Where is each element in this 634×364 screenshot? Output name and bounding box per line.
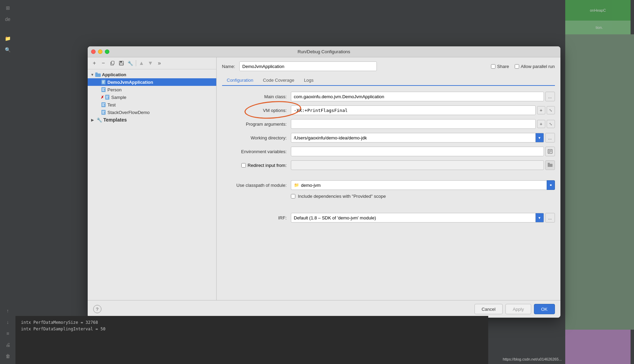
move-up-button[interactable]: ▲ xyxy=(138,59,146,67)
ide-toolbar-icon-2[interactable]: de xyxy=(3,14,13,24)
url-bar: https://blog.csdn.net/u014626265... xyxy=(503,357,562,361)
include-deps-checkbox[interactable] xyxy=(291,194,295,198)
cancel-button[interactable]: Cancel xyxy=(474,304,503,314)
main-class-input[interactable] xyxy=(291,92,544,101)
program-args-expand-button[interactable]: + xyxy=(537,120,545,128)
title-bar: Run/Debug Configurations xyxy=(88,46,560,57)
dialog-footer: ? Cancel Apply OK xyxy=(88,300,560,318)
classpath-dropdown-button[interactable] xyxy=(547,180,555,190)
irf-dropdown-wrapper: ▼ xyxy=(291,213,544,223)
dialog-title: Run/Debug Configurations xyxy=(297,49,350,54)
main-class-browse-button[interactable]: ... xyxy=(545,92,555,101)
share-checkbox[interactable] xyxy=(491,64,495,69)
maximize-button[interactable] xyxy=(105,49,109,54)
redirect-input[interactable] xyxy=(291,160,544,170)
ide-toolbar-icon-4[interactable]: 🔍 xyxy=(3,45,13,55)
tree-item-stackoverflow[interactable]: StackOverFlowDemo xyxy=(88,109,216,116)
tree-item-sample[interactable]: ✗ Sample xyxy=(88,93,216,101)
wrench-icon: 🔧 xyxy=(128,61,133,66)
irf-dropdown-button[interactable]: ▼ xyxy=(536,213,544,223)
move-down-button[interactable]: ▼ xyxy=(146,59,155,67)
allow-parallel-checkbox[interactable] xyxy=(515,64,519,69)
ide-toolbar-icon-6[interactable]: ↓ xyxy=(3,317,13,327)
ide-toolbar-icon-9[interactable]: 🗑 xyxy=(3,351,13,361)
share-label: Share xyxy=(497,64,509,69)
env-vars-label: Environment variables: xyxy=(222,149,291,154)
classpath-select-display[interactable]: 📁 demo-jvm xyxy=(291,180,547,190)
wrench-button[interactable]: 🔧 xyxy=(126,59,134,67)
svg-rect-16 xyxy=(106,96,109,96)
tab-logs[interactable]: Logs xyxy=(299,75,318,86)
redirect-browse-button[interactable] xyxy=(545,160,555,170)
save-config-button[interactable] xyxy=(117,59,125,67)
config-file-icon-2 xyxy=(101,87,106,92)
more-button[interactable]: » xyxy=(155,59,164,67)
minimize-button[interactable] xyxy=(98,49,102,54)
program-args-fullscreen-button[interactable]: ⤡ xyxy=(547,120,555,128)
share-checkbox-label[interactable]: Share xyxy=(491,64,509,69)
ide-toolbar-icon-7[interactable]: ≡ xyxy=(3,328,13,339)
tab-code-coverage[interactable]: Code Coverage xyxy=(258,75,299,86)
right-panel: Name: Share Allow parallel run xyxy=(217,57,560,300)
help-button[interactable]: ? xyxy=(93,305,101,313)
ok-button[interactable]: OK xyxy=(534,304,555,314)
run-debug-config-dialog: Run/Debug Configurations + − xyxy=(88,46,560,318)
apply-button[interactable]: Apply xyxy=(505,304,531,314)
allow-parallel-checkbox-label[interactable]: Allow parallel run xyxy=(515,64,555,69)
vm-options-input[interactable] xyxy=(291,105,536,115)
tree-item-person[interactable]: Person xyxy=(88,86,216,93)
name-input[interactable] xyxy=(239,61,377,71)
vm-options-field-group: + ⤡ xyxy=(291,105,555,115)
save-icon xyxy=(119,61,124,66)
program-args-row: Program arguments: + ⤡ xyxy=(222,119,555,129)
working-dir-input[interactable] xyxy=(291,133,536,143)
test-config-icon xyxy=(101,102,106,107)
working-dir-dropdown-button[interactable]: ▼ xyxy=(536,133,544,143)
svg-rect-18 xyxy=(106,98,108,99)
redirect-checkbox[interactable] xyxy=(241,163,246,168)
expand-arrow-templates: ▶ xyxy=(90,118,95,122)
svg-rect-14 xyxy=(102,90,105,91)
classpath-select-wrapper: 📁 demo-jvm xyxy=(291,180,555,190)
svg-rect-24 xyxy=(102,111,105,112)
svg-rect-21 xyxy=(102,104,104,105)
working-dir-browse-button[interactable]: ... xyxy=(545,133,555,143)
tab-configuration[interactable]: Configuration xyxy=(222,75,258,86)
tree-group-application[interactable]: ▼ Application xyxy=(88,71,216,78)
toolbar-separator xyxy=(136,60,136,66)
remove-config-button[interactable]: − xyxy=(99,59,108,67)
vm-options-fullscreen-button[interactable]: ⤡ xyxy=(547,106,555,114)
tree-item-label-person: Person xyxy=(108,87,122,92)
irf-input[interactable] xyxy=(291,213,536,223)
tree-group-templates[interactable]: ▶ 🔧 Templates xyxy=(88,116,216,124)
env-vars-input[interactable] xyxy=(291,147,544,156)
left-panel: + − xyxy=(88,57,217,300)
program-args-input[interactable] xyxy=(291,119,536,129)
ide-toolbar-icon-1[interactable]: ⊞ xyxy=(3,3,13,13)
vm-options-row: VM options: + ⤡ xyxy=(222,105,555,115)
classpath-value: demo-jvm xyxy=(301,183,321,188)
svg-rect-1 xyxy=(111,61,114,64)
main-class-row: Main class: ... xyxy=(222,91,555,102)
vm-options-expand-button[interactable]: + xyxy=(537,106,545,114)
tree-item-test[interactable]: Test xyxy=(88,101,216,109)
svg-rect-32 xyxy=(548,163,550,164)
ide-toolbar-icon-8[interactable]: 🖨 xyxy=(3,340,13,350)
vm-options-label: VM options: xyxy=(222,108,291,113)
irf-row: IRF: ▼ ... xyxy=(222,213,555,223)
svg-rect-12 xyxy=(102,88,105,89)
ide-toolbar-icon-5[interactable]: ↑ xyxy=(3,306,13,316)
classpath-dropdown-wrapper: 📁 demo-jvm xyxy=(291,180,555,190)
add-config-button[interactable]: + xyxy=(90,59,99,67)
sample-config-icon xyxy=(105,94,110,100)
ide-toolbar-icon-3[interactable]: 📁 xyxy=(3,33,13,44)
copy-config-button[interactable] xyxy=(108,59,117,67)
form-spacer-2 xyxy=(222,202,555,209)
env-vars-field-group xyxy=(291,147,555,156)
tree-item-label-stackoverflow: StackOverFlowDemo xyxy=(108,110,150,115)
env-vars-edit-button[interactable] xyxy=(545,147,555,156)
templates-wrench-icon: 🔧 xyxy=(97,117,102,123)
close-button[interactable] xyxy=(91,49,96,54)
irf-browse-button[interactable]: ... xyxy=(545,213,555,223)
tree-item-demojvm[interactable]: DemoJvmApplication xyxy=(88,78,216,86)
